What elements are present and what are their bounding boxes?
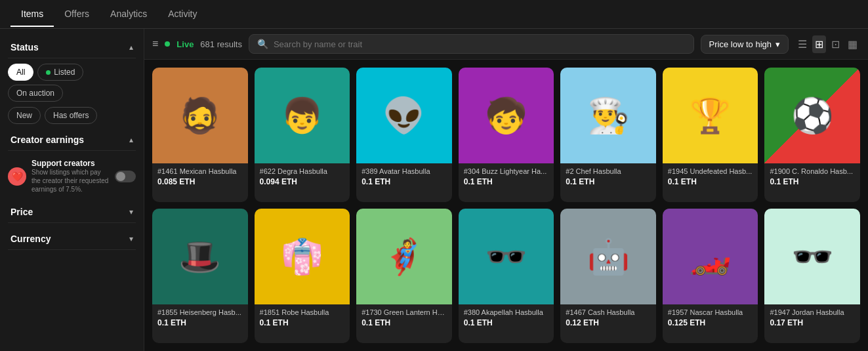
nft-card[interactable]: 🧔#1461 Mexican Hasbulla0.085 ETH xyxy=(152,68,248,202)
nft-price: 0.17 ETH xyxy=(770,318,855,327)
nft-info: #1461 Mexican Hasbulla0.085 ETH xyxy=(152,163,248,192)
nft-emoji: 🤖 xyxy=(587,239,630,274)
creator-name: Support creators xyxy=(31,159,110,168)
nft-emoji: 🕶️ xyxy=(791,239,834,274)
status-new-button[interactable]: New xyxy=(8,107,41,124)
creator-row: ❤️ Support creators Show listings which … xyxy=(8,156,136,196)
nft-card[interactable]: 🦸#1730 Green Lantern Ha...0.1 ETH xyxy=(356,209,452,343)
nft-price: 0.1 ETH xyxy=(464,177,549,186)
nft-price: 0.1 ETH xyxy=(362,318,447,327)
nft-image: 🏆 xyxy=(663,68,758,163)
sidebar: Status ▴ All Listed On auction New Has o… xyxy=(0,29,144,351)
nft-price: 0.12 ETH xyxy=(566,318,651,327)
nft-price: 0.1 ETH xyxy=(260,318,345,327)
sort-label: Price low to high xyxy=(709,39,772,49)
nft-info: #622 Degra Hasbulla0.094 ETH xyxy=(255,163,350,192)
nft-image: 🧔 xyxy=(152,68,248,163)
nft-image: 🧒 xyxy=(459,68,554,163)
nft-name: #1730 Green Lantern Ha... xyxy=(362,308,447,316)
nft-price: 0.1 ETH xyxy=(770,177,855,186)
nft-name: #1947 Jordan Hasbulla xyxy=(770,308,855,316)
nft-emoji: 🧒 xyxy=(485,98,527,133)
nft-card[interactable]: 👽#389 Avatar Hasbulla0.1 ETH xyxy=(356,68,452,202)
search-input[interactable] xyxy=(274,39,686,49)
nft-card[interactable]: 🏎️#1957 Nascar Hasbulla0.125 ETH xyxy=(663,209,758,343)
nft-name: #380 Akapellah Hasbulla xyxy=(464,308,549,316)
currency-section-header[interactable]: Currency ▾ xyxy=(8,228,136,250)
nft-price: 0.1 ETH xyxy=(464,318,549,327)
nft-price: 0.125 ETH xyxy=(668,318,753,327)
creator-desc: Show listings which pay the creator thei… xyxy=(31,168,110,194)
nft-info: #1957 Nascar Hasbulla0.125 ETH xyxy=(663,304,758,333)
status-section-title: Status xyxy=(10,42,39,52)
nft-price: 0.085 ETH xyxy=(157,177,243,186)
creator-toggle[interactable] xyxy=(115,171,136,182)
status-listed-button[interactable]: Listed xyxy=(37,64,83,81)
nft-price: 0.1 ETH xyxy=(566,177,651,186)
creator-icon: ❤️ xyxy=(8,167,26,186)
nft-emoji: 🦸 xyxy=(382,239,425,274)
nft-image: 🎩 xyxy=(152,209,248,304)
nft-info: #1730 Green Lantern Ha...0.1 ETH xyxy=(356,304,452,333)
nft-image: 👽 xyxy=(356,68,452,163)
status-all-button[interactable]: All xyxy=(8,64,33,81)
nft-card[interactable]: 🕶️#1947 Jordan Hasbulla0.17 ETH xyxy=(764,209,860,343)
nft-image: 🕶️ xyxy=(459,209,554,304)
nft-emoji: 👨‍🍳 xyxy=(587,98,630,133)
nft-name: #2 Chef Hasbulla xyxy=(566,167,651,175)
nft-card[interactable]: 🤖#1467 Cash Hasbulla0.12 ETH xyxy=(560,209,656,343)
nft-price: 0.1 ETH xyxy=(668,177,753,186)
nft-image: 🤖 xyxy=(560,209,656,304)
tab-items[interactable]: Items xyxy=(10,2,54,27)
status-auction-button[interactable]: On auction xyxy=(8,85,63,102)
creator-section-header[interactable]: Creator earnings ▴ xyxy=(8,129,136,151)
nft-emoji: 🎩 xyxy=(178,239,221,274)
nft-info: #1900 C. Ronaldo Hasb...0.1 ETH xyxy=(764,163,860,192)
currency-section-title: Currency xyxy=(10,234,51,244)
sort-dropdown[interactable]: Price low to high ▾ xyxy=(701,35,789,54)
tab-offers[interactable]: Offers xyxy=(54,2,100,27)
nft-card[interactable]: 🏆#1945 Undefeated Hasb...0.1 ETH xyxy=(663,68,758,202)
nft-price: 0.1 ETH xyxy=(362,177,447,186)
nft-name: #1461 Mexican Hasbulla xyxy=(157,167,243,175)
listed-dot xyxy=(46,70,51,75)
search-box: 🔍 xyxy=(249,34,694,54)
tab-analytics[interactable]: Analytics xyxy=(100,2,157,27)
filter-icon[interactable]: ≡ xyxy=(152,38,158,50)
view-grid-large-icon[interactable]: ▦ xyxy=(845,35,860,53)
currency-chevron-icon: ▾ xyxy=(129,234,133,243)
view-list-icon[interactable]: ☰ xyxy=(795,35,810,53)
nft-info: #1945 Undefeated Hasb...0.1 ETH xyxy=(663,163,758,192)
nft-info: #304 Buzz Lightyear Ha...0.1 ETH xyxy=(459,163,554,192)
nft-name: #304 Buzz Lightyear Ha... xyxy=(464,167,549,175)
nft-card[interactable]: ⚽#1900 C. Ronaldo Hasb...0.1 ETH xyxy=(764,68,860,202)
nft-card[interactable]: 👘#1851 Robe Hasbulla0.1 ETH xyxy=(255,209,350,343)
tab-activity[interactable]: Activity xyxy=(157,2,207,27)
status-buttons-row2: New Has offers xyxy=(8,107,136,124)
status-section-header[interactable]: Status ▴ xyxy=(8,37,136,58)
nft-card[interactable]: 🎩#1855 Heisenberg Hasb...0.1 ETH xyxy=(152,209,248,343)
nft-card[interactable]: 👨‍🍳#2 Chef Hasbulla0.1 ETH xyxy=(560,68,656,202)
nft-card[interactable]: 🕶️#380 Akapellah Hasbulla0.1 ETH xyxy=(459,209,554,343)
currency-section: Currency ▾ xyxy=(8,228,136,250)
view-icons: ☰ ⊞ ⊡ ▦ xyxy=(795,35,860,53)
status-hasoffers-button[interactable]: Has offers xyxy=(45,107,97,124)
nft-card[interactable]: 👦#622 Degra Hasbulla0.094 ETH xyxy=(255,68,350,202)
nft-grid: 🧔#1461 Mexican Hasbulla0.085 ETH👦#622 De… xyxy=(144,60,868,351)
nft-emoji: ⚽ xyxy=(791,98,834,133)
view-grid-med-icon[interactable]: ⊡ xyxy=(829,35,842,53)
nft-card[interactable]: 🧒#304 Buzz Lightyear Ha...0.1 ETH xyxy=(459,68,554,202)
status-section: Status ▴ All Listed On auction New Has o… xyxy=(8,37,136,124)
creator-section-title: Creator earnings xyxy=(10,134,84,145)
nft-name: #389 Avatar Hasbulla xyxy=(362,167,447,175)
status-buttons: All Listed On auction xyxy=(8,64,136,102)
nft-image: 🏎️ xyxy=(663,209,758,304)
view-grid-small-icon[interactable]: ⊞ xyxy=(812,35,826,53)
nft-info: #389 Avatar Hasbulla0.1 ETH xyxy=(356,163,452,192)
price-section-header[interactable]: Price ▾ xyxy=(8,201,136,223)
sort-chevron-icon: ▾ xyxy=(775,39,780,49)
nft-info: #1467 Cash Hasbulla0.12 ETH xyxy=(560,304,656,333)
nft-image: 👘 xyxy=(255,209,350,304)
nft-image: 👦 xyxy=(255,68,350,163)
creator-earnings-section: Creator earnings ▴ ❤️ Support creators S… xyxy=(8,129,136,196)
